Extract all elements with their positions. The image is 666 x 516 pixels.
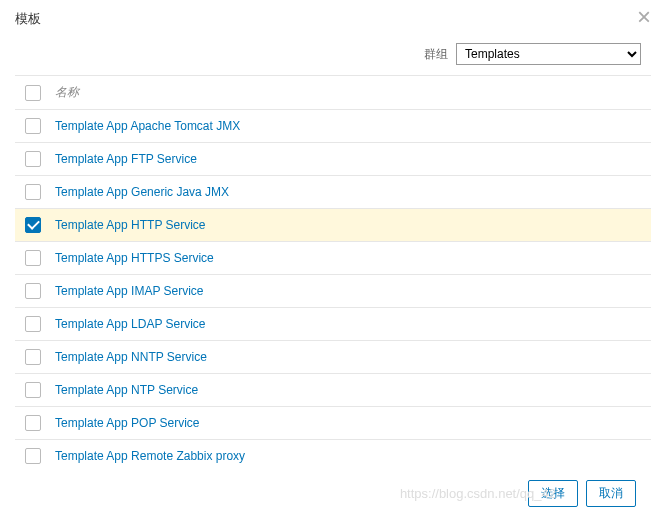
cancel-button[interactable]: 取消 <box>586 480 636 507</box>
modal-title: 模板 <box>15 10 651 28</box>
row-checkbox[interactable] <box>25 382 41 398</box>
table-row[interactable]: Template App NNTP Service <box>15 341 651 374</box>
template-name-link[interactable]: Template App HTTPS Service <box>55 251 214 265</box>
template-name-link[interactable]: Template App LDAP Service <box>55 317 206 331</box>
table-row[interactable]: Template App FTP Service <box>15 143 651 176</box>
row-checkbox[interactable] <box>25 151 41 167</box>
table-row[interactable]: Template App POP Service <box>15 407 651 440</box>
list-header: 名称 <box>15 76 651 110</box>
table-row[interactable]: Template App NTP Service <box>15 374 651 407</box>
group-label: 群组 <box>424 47 448 61</box>
select-all-checkbox[interactable] <box>25 85 41 101</box>
template-name-link[interactable]: Template App FTP Service <box>55 152 197 166</box>
name-column-header: 名称 <box>55 84 79 101</box>
table-row[interactable]: Template App HTTP Service <box>15 209 651 242</box>
table-row[interactable]: Template App Apache Tomcat JMX <box>15 110 651 143</box>
row-checkbox[interactable] <box>25 217 41 233</box>
template-name-link[interactable]: Template App Apache Tomcat JMX <box>55 119 240 133</box>
row-checkbox[interactable] <box>25 349 41 365</box>
template-name-link[interactable]: Template App IMAP Service <box>55 284 204 298</box>
table-row[interactable]: Template App Remote Zabbix proxy <box>15 440 651 470</box>
row-checkbox[interactable] <box>25 184 41 200</box>
row-checkbox[interactable] <box>25 448 41 464</box>
template-name-link[interactable]: Template App NNTP Service <box>55 350 207 364</box>
template-list[interactable]: 名称 Template App Apache Tomcat JMXTemplat… <box>15 75 651 470</box>
template-name-link[interactable]: Template App Remote Zabbix proxy <box>55 449 245 463</box>
row-checkbox[interactable] <box>25 283 41 299</box>
row-checkbox[interactable] <box>25 250 41 266</box>
template-name-link[interactable]: Template App NTP Service <box>55 383 198 397</box>
template-name-link[interactable]: Template App POP Service <box>55 416 200 430</box>
modal-footer: 选择 取消 <box>15 470 651 516</box>
row-checkbox[interactable] <box>25 415 41 431</box>
group-select[interactable]: Templates <box>456 43 641 65</box>
close-icon[interactable]: × <box>637 5 651 29</box>
table-row[interactable]: Template App LDAP Service <box>15 308 651 341</box>
table-row[interactable]: Template App IMAP Service <box>15 275 651 308</box>
template-name-link[interactable]: Template App Generic Java JMX <box>55 185 229 199</box>
table-row[interactable]: Template App HTTPS Service <box>15 242 651 275</box>
select-button[interactable]: 选择 <box>528 480 578 507</box>
template-name-link[interactable]: Template App HTTP Service <box>55 218 206 232</box>
template-modal: × 模板 群组 Templates 名称 Template App Apache… <box>0 0 666 516</box>
row-checkbox[interactable] <box>25 118 41 134</box>
filter-row: 群组 Templates <box>15 43 651 65</box>
table-row[interactable]: Template App Generic Java JMX <box>15 176 651 209</box>
row-checkbox[interactable] <box>25 316 41 332</box>
